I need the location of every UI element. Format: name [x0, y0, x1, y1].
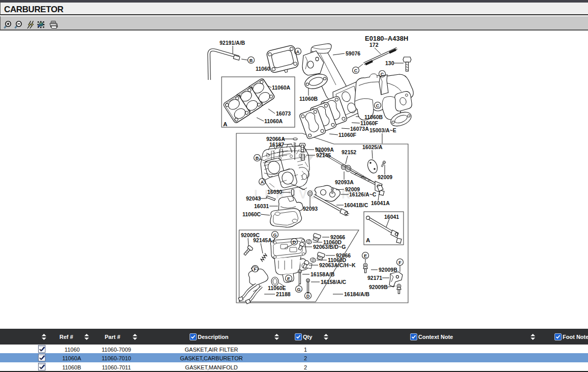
svg-text:16041B/C: 16041B/C — [344, 202, 368, 208]
svg-text:16158/A/C: 16158/A/C — [321, 279, 347, 285]
svg-text:A: A — [261, 180, 264, 185]
svg-text:11060A: 11060A — [264, 118, 283, 124]
svg-text:92043: 92043 — [246, 195, 261, 202]
svg-text:11060B: 11060B — [364, 114, 383, 120]
svg-text:11060F: 11060F — [338, 132, 357, 138]
svg-text:G: G — [273, 233, 276, 238]
svg-text:A: A — [366, 237, 370, 243]
svg-text:15003/A~E: 15003/A~E — [369, 127, 396, 133]
svg-text:92093: 92093 — [303, 206, 318, 212]
svg-text:16073: 16073 — [276, 110, 291, 117]
svg-text:16073A: 16073A — [350, 126, 369, 132]
svg-text:16041: 16041 — [384, 214, 399, 220]
svg-text:92093A: 92093A — [335, 179, 354, 185]
svg-text:16041A: 16041A — [371, 200, 390, 206]
svg-text:92063/B/D~G: 92063/B/D~G — [313, 244, 346, 250]
svg-text:C: C — [354, 68, 358, 73]
svg-text:92063A/C/H~K: 92063A/C/H~K — [319, 262, 356, 268]
svg-text:59076: 59076 — [346, 50, 360, 56]
svg-text:92171: 92171 — [367, 275, 382, 281]
svg-text:11060: 11060 — [256, 66, 270, 72]
svg-text:G: G — [297, 287, 300, 292]
svg-text:11060E: 11060E — [268, 285, 286, 291]
svg-text:130: 130 — [385, 60, 394, 66]
svg-text:B: B — [256, 156, 259, 161]
svg-text:16184/A/B: 16184/A/B — [344, 291, 370, 297]
svg-text:172: 172 — [369, 42, 379, 48]
svg-text:16025/A: 16025/A — [362, 144, 383, 150]
svg-text:E: E — [287, 276, 290, 281]
svg-text:D: D — [293, 240, 296, 245]
svg-text:11060C: 11060C — [242, 211, 261, 217]
svg-text:92152: 92152 — [342, 149, 356, 155]
svg-text:11060A: 11060A — [272, 84, 291, 91]
svg-text:92145A: 92145A — [253, 237, 272, 243]
svg-text:92145: 92145 — [316, 152, 331, 158]
svg-text:16030: 16030 — [267, 189, 282, 195]
svg-text:16158A/B: 16158A/B — [311, 271, 335, 277]
svg-text:11060B: 11060B — [299, 96, 318, 102]
svg-text:92009B: 92009B — [369, 284, 388, 290]
svg-text:92009: 92009 — [378, 174, 392, 180]
svg-text:E: E — [364, 253, 367, 259]
svg-text:21188: 21188 — [276, 291, 291, 297]
svg-text:B: B — [250, 58, 253, 63]
svg-text:92191/A/B: 92191/A/B — [220, 40, 245, 46]
svg-text:E0180–A438H: E0180–A438H — [365, 35, 408, 42]
svg-text:D: D — [306, 294, 310, 299]
svg-text:92009B: 92009B — [379, 267, 397, 273]
svg-text:C: C — [381, 72, 384, 77]
svg-text:F: F — [398, 260, 401, 265]
svg-text:A: A — [296, 49, 300, 54]
svg-text:16126/A~C: 16126/A~C — [349, 191, 377, 197]
svg-text:C: C — [376, 103, 380, 108]
svg-text:16031: 16031 — [254, 203, 269, 209]
svg-text:16187: 16187 — [269, 141, 284, 148]
svg-text:F: F — [254, 267, 257, 272]
svg-text:A: A — [223, 121, 227, 127]
